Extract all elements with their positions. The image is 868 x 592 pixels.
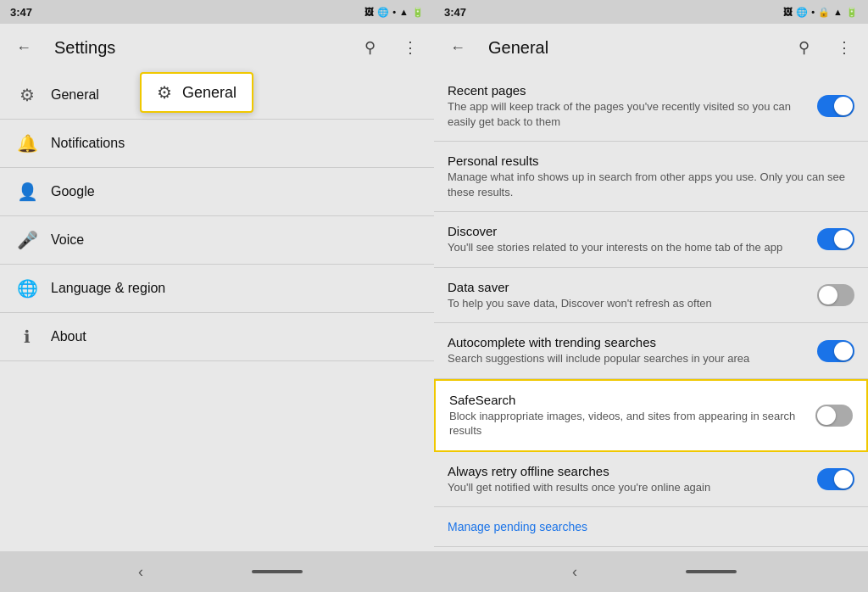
callout-label: General [182,84,236,102]
sidebar-item-google[interactable]: 👤 Google [0,168,434,216]
right-battery-icon: 🔋 [846,7,858,18]
left-nav-back[interactable]: ‹ [131,556,150,588]
right-search-button[interactable]: ⚲ [787,31,821,64]
safesearch-desc: Block inappropriate images, videos, and … [449,409,805,438]
safesearch-title: SafeSearch [449,393,805,407]
data-saver-desc: To help you save data, Discover won't re… [448,296,807,311]
right-time: 3:47 [444,6,466,19]
general-callout: ⚙ General [140,72,253,113]
about-label: About [51,329,86,344]
right-fb-icon: 🌐 [796,7,808,18]
manage-searches-link[interactable]: Manage pending searches [448,520,587,533]
right-search-icon: ⚲ [798,38,810,57]
right-panel: 3:47 🖼 🌐 • 🔒 ▲ 🔋 ← General ⚲ ⋮ Recent pa… [434,0,868,592]
left-status-bar: 3:47 🖼 🌐 • ▲ 🔋 [0,0,434,24]
right-title: General [488,38,780,58]
left-back-icon: ← [16,39,31,57]
setting-personal-results[interactable]: Personal results Manage what info shows … [434,142,868,212]
about-icon: ℹ [17,327,37,347]
right-app-bar: ← General ⚲ ⋮ [434,24,868,71]
right-image-icon: 🖼 [783,7,793,17]
google-label: Google [51,184,95,199]
general-icon: ⚙ [17,85,37,105]
right-more-icon: ⋮ [837,38,852,57]
left-panel: 3:47 🖼 🌐 • ▲ 🔋 ← Settings ⚲ ⋮ ⚙ General … [0,0,434,592]
left-search-button[interactable]: ⚲ [353,31,387,64]
more-icon: ⋮ [403,38,418,57]
retry-offline-text: Always retry offline searches You'll get… [448,464,807,495]
right-back-icon: ← [450,39,465,57]
data-saver-text: Data saver To help you save data, Discov… [448,280,807,311]
right-status-icons: 🖼 🌐 • 🔒 ▲ 🔋 [783,7,858,18]
recent-pages-text: Recent pages The app will keep track of … [448,83,807,129]
setting-safesearch[interactable]: SafeSearch Block inappropriate images, v… [434,379,868,452]
right-back-button[interactable]: ← [441,31,475,64]
personal-results-title: Personal results [448,154,854,168]
autocomplete-text: Autocomplete with trending searches Sear… [448,335,807,366]
discover-desc: You'll see stories related to your inter… [448,240,807,255]
right-more-button[interactable]: ⋮ [827,31,861,64]
safesearch-toggle[interactable] [815,405,853,427]
right-settings-content: Recent pages The app will keep track of … [434,71,868,551]
left-app-bar: ← Settings ⚲ ⋮ [0,24,434,71]
notifications-label: Notifications [51,136,125,151]
right-wifi-icon: ▲ [833,7,843,17]
dot-icon: • [392,7,396,17]
left-bottom-nav: ‹ [0,551,434,592]
retry-offline-title: Always retry offline searches [448,464,807,478]
language-label: Language & region [51,281,165,296]
left-back-button[interactable]: ← [7,31,41,64]
manage-searches-row[interactable]: Manage pending searches [434,507,868,547]
data-saver-toggle[interactable] [817,284,854,306]
autocomplete-desc: Search suggestions will include popular … [448,351,807,366]
sidebar-item-language[interactable]: 🌐 Language & region [0,265,434,313]
data-saver-title: Data saver [448,280,807,294]
setting-recent-pages[interactable]: Recent pages The app will keep track of … [434,71,868,142]
recent-pages-desc: The app will keep track of the pages you… [448,99,807,129]
safesearch-text: SafeSearch Block inappropriate images, v… [449,393,805,438]
right-vpn-icon: 🔒 [818,7,830,18]
sidebar-item-about[interactable]: ℹ About [0,313,434,361]
right-bottom-nav: ‹ [434,551,868,592]
right-status-bar: 3:47 🖼 🌐 • 🔒 ▲ 🔋 [434,0,868,24]
right-dot-icon: • [811,7,815,17]
voice-icon: 🎤 [17,230,37,250]
battery-icon: 🔋 [412,7,424,18]
discover-toggle[interactable] [817,228,854,250]
image-icon: 🖼 [364,7,374,17]
personal-results-desc: Manage what info shows up in search from… [448,170,854,199]
setting-autocomplete[interactable]: Autocomplete with trending searches Sear… [434,323,868,379]
left-more-button[interactable]: ⋮ [393,31,427,64]
setting-data-saver[interactable]: Data saver To help you save data, Discov… [434,268,868,324]
discover-text: Discover You'll see stories related to y… [448,224,807,255]
setting-discover[interactable]: Discover You'll see stories related to y… [434,212,868,268]
callout-icon: ⚙ [157,82,172,103]
setting-retry-offline[interactable]: Always retry offline searches You'll get… [434,452,868,508]
left-title: Settings [54,38,346,58]
retry-offline-desc: You'll get notified with results once yo… [448,480,807,495]
voice-label: Voice [51,232,84,248]
left-nav-home[interactable] [252,570,303,573]
language-icon: 🌐 [17,278,37,299]
general-label: General [51,87,99,103]
recent-pages-title: Recent pages [448,83,807,98]
left-time: 3:47 [10,6,32,19]
personal-results-text: Personal results Manage what info shows … [448,154,854,199]
notifications-icon: 🔔 [17,133,37,154]
retry-offline-toggle[interactable] [817,468,854,490]
google-icon: 👤 [17,182,37,202]
sidebar-item-voice[interactable]: 🎤 Voice [0,216,434,265]
wifi-icon: ▲ [399,7,409,17]
autocomplete-toggle[interactable] [817,340,854,362]
recent-pages-toggle[interactable] [817,95,854,117]
right-nav-back[interactable]: ‹ [565,556,584,588]
settings-list: ⚙ General 🔔 Notifications 👤 Google 🎤 Voi… [0,71,434,551]
search-icon: ⚲ [364,38,376,57]
facebook-icon: 🌐 [377,7,389,18]
autocomplete-title: Autocomplete with trending searches [448,335,807,349]
left-status-icons: 🖼 🌐 • ▲ 🔋 [364,7,424,18]
discover-title: Discover [448,224,807,238]
right-nav-home[interactable] [686,570,737,573]
sidebar-item-notifications[interactable]: 🔔 Notifications [0,120,434,168]
